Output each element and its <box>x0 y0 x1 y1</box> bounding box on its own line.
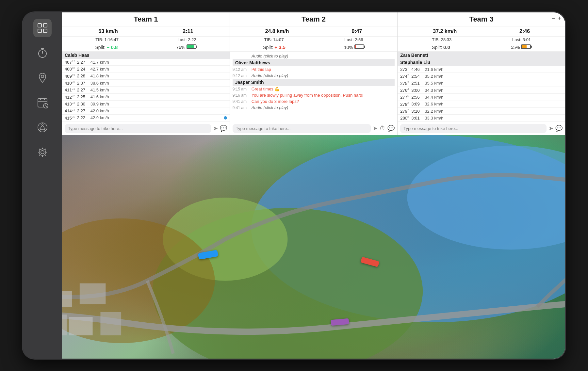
lap-time: 2:54 <box>411 74 423 79</box>
team3-vehicle <box>340 322 358 328</box>
lap-time: 4:46 <box>411 67 423 72</box>
lap-time: 2:27 <box>77 60 89 65</box>
team1-send-icon[interactable]: ➤ <box>213 125 218 132</box>
sidebar-item-location[interactable] <box>33 69 52 87</box>
team2-chat-section: Audio (click to play)Oliver Matthews9:12… <box>230 52 398 122</box>
map-background <box>62 135 565 359</box>
lap-speed: 32.6 km/h <box>425 102 443 106</box>
lap-speed: 38.6 km/h <box>90 81 109 86</box>
lap-number: 40717 <box>65 59 75 65</box>
chat-time: 9:41 am <box>233 99 250 104</box>
chat-time: 9:12 am <box>233 73 250 78</box>
team1-split-label: Split: − 0.8 <box>95 44 118 50</box>
lap-time: 2:27 <box>77 88 89 92</box>
chat-message[interactable]: Audio (click to play) <box>252 54 288 58</box>
lap-time: 2:24 <box>77 67 89 72</box>
team1-vehicle <box>208 255 228 261</box>
table-row: 41020 2:37 38.6 km/h <box>62 80 230 87</box>
team2-msg-row: ➤ ⏱ 💬 <box>230 122 398 135</box>
table-row: 41424 2:27 42.0 km/h <box>62 107 230 114</box>
table-row: 41121 2:27 41.5 km/h <box>62 87 230 93</box>
team2-panel: Team 2 24.8 km/h 0:47 TIB: 14:07 Last: 2… <box>230 12 398 135</box>
list-item: 9:41 amAudio (click to play) <box>233 105 395 111</box>
table-row: 2753 2:51 35.5 km/h <box>398 80 565 87</box>
team3-battery <box>521 44 531 49</box>
svg-line-12 <box>40 125 42 129</box>
team1-chat-icon[interactable]: 💬 <box>220 125 227 132</box>
table-row: 40818 2:24 42.7 km/h <box>62 66 230 73</box>
team3-tib-row: TIB: 28:33 Last: 3:01 <box>398 37 565 43</box>
table-row: 40717 2:27 41.7 km/h <box>62 59 230 66</box>
lap-number: 41525 <box>65 115 75 121</box>
team2-rider-section: Audio (click to play)Oliver Matthews9:12… <box>230 52 398 122</box>
minimize-button[interactable]: − <box>552 15 555 22</box>
team2-split-row: Split: + 3.5 10% <box>230 43 398 52</box>
team2-chat-icon[interactable]: 💬 <box>387 125 395 132</box>
map-section[interactable] <box>62 135 565 359</box>
team2-last: Last: 2:56 <box>344 37 363 42</box>
table-row: 2742 2:54 35.2 km/h <box>398 73 565 80</box>
chat-message[interactable]: Audio (click to play) <box>252 73 288 78</box>
team2-send-icon[interactable]: ➤ <box>373 125 378 132</box>
chat-message: Great times 💪 <box>252 87 280 91</box>
team1-msg-input[interactable] <box>65 124 211 133</box>
list-item: Audio (click to play) <box>233 53 395 59</box>
team1-title: Team 1 <box>134 15 158 24</box>
sidebar-item-settings[interactable] <box>33 143 52 161</box>
lap-speed: 35.2 km/h <box>425 74 443 79</box>
team3-last: Last: 3:01 <box>512 37 531 42</box>
lap-time: 2:27 <box>77 108 89 113</box>
team1-rider-section: Caleb Haas 40717 2:27 41.7 km/h 40818 2:… <box>62 52 230 122</box>
svg-point-15 <box>41 151 44 154</box>
team3-split-label: Split: 0.0 <box>432 44 450 50</box>
lap-number: 2808 <box>400 115 409 121</box>
chat-time: 9:15 am <box>233 87 250 91</box>
lap-speed: 41.7 km/h <box>90 60 109 65</box>
team3-msg-input[interactable] <box>400 124 547 133</box>
list-item: 9:12 amPit this lap <box>233 66 395 73</box>
team2-tib-row: TIB: 14:07 Last: 2:56 <box>230 37 398 43</box>
map-roads-svg <box>62 135 565 359</box>
chat-message[interactable]: Audio (click to play) <box>252 105 288 110</box>
svg-point-9 <box>42 124 43 125</box>
sidebar-item-network[interactable] <box>33 118 52 137</box>
lap-time: 3:09 <box>411 102 423 106</box>
lap-number: 41323 <box>65 101 75 106</box>
team3-rider-header1: Zara Bennett <box>398 52 565 59</box>
team3-send-icon[interactable]: ➤ <box>548 125 553 132</box>
team3-chat-icon[interactable]: 💬 <box>555 125 563 132</box>
chat-message: Pit this lap <box>252 67 271 72</box>
lap-time: 3:01 <box>411 116 423 121</box>
team1-split-row: Split: − 0.8 76% <box>62 43 230 52</box>
team1-rider-header: Caleb Haas <box>62 52 230 59</box>
team2-timer-icon[interactable]: ⏱ <box>380 125 385 132</box>
team3-msg-row: ➤ 💬 <box>398 122 565 135</box>
team2-time: 0:47 <box>351 28 362 34</box>
maximize-button[interactable]: + <box>558 15 562 22</box>
sidebar <box>23 12 62 359</box>
team1-stats: 53 km/h 2:11 <box>62 26 230 37</box>
lap-number: 41020 <box>65 80 75 86</box>
team3-title: Team 3 <box>469 15 494 24</box>
main-content: Team 1 53 km/h 2:11 TIB: 1:16:47 Last: 2… <box>62 12 565 359</box>
lap-time: 2:28 <box>77 73 89 78</box>
lap-time: 2:30 <box>77 102 89 106</box>
svg-rect-0 <box>38 24 41 27</box>
list-item: 9:15 amGreat times 💪 <box>233 86 395 92</box>
svg-rect-34 <box>62 315 67 335</box>
sidebar-item-timer[interactable] <box>33 44 52 62</box>
svg-point-5 <box>41 75 44 78</box>
lap-speed: 41.8 km/h <box>90 73 109 78</box>
team2-battery-icon <box>354 44 364 49</box>
team3-time: 2:46 <box>519 28 530 34</box>
sidebar-item-grid[interactable] <box>33 19 52 37</box>
team3-header: Team 3 − + <box>398 12 565 26</box>
team1-header: Team 1 <box>62 12 230 26</box>
team1-panel: Team 1 53 km/h 2:11 TIB: 1:16:47 Last: 2… <box>62 12 230 135</box>
lap-time: 2:25 <box>77 94 89 99</box>
team3-split-value: 0.0 <box>443 44 450 50</box>
team1-msg-row: ➤ 💬 <box>62 122 230 135</box>
lap-number: 41121 <box>65 87 75 92</box>
sidebar-item-schedule[interactable] <box>33 93 52 112</box>
team2-msg-input[interactable] <box>233 124 371 133</box>
